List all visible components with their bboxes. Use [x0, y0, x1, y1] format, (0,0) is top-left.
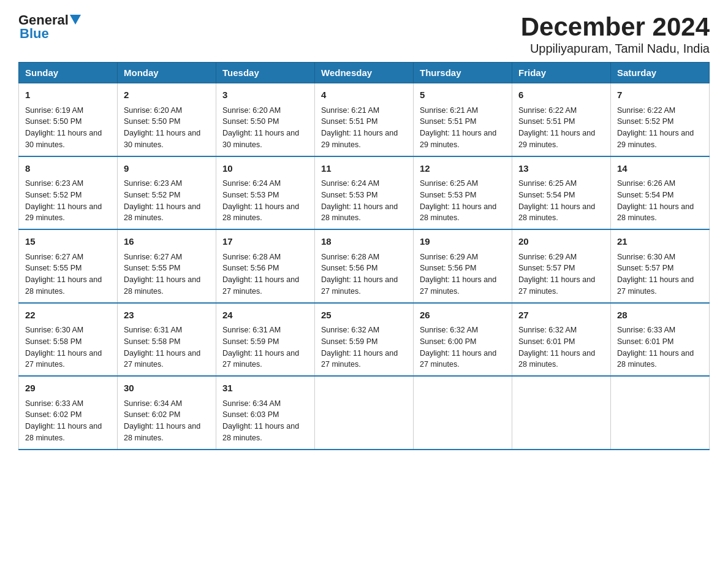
logo-triangle-icon: [70, 15, 81, 25]
day-info: Sunrise: 6:25 AMSunset: 5:53 PMDaylight:…: [420, 178, 506, 224]
calendar-day-cell: 6 Sunrise: 6:22 AMSunset: 5:51 PMDayligh…: [512, 83, 611, 156]
day-number: 8: [25, 162, 111, 176]
page-header: General Blue December 2024 Uppiliyapuram…: [18, 12, 710, 56]
day-info: Sunrise: 6:26 AMSunset: 5:54 PMDaylight:…: [617, 178, 703, 224]
day-info: Sunrise: 6:32 AMSunset: 6:01 PMDaylight:…: [518, 324, 604, 370]
day-info: Sunrise: 6:25 AMSunset: 5:54 PMDaylight:…: [518, 178, 604, 224]
calendar-day-cell: 12 Sunrise: 6:25 AMSunset: 5:53 PMDaylig…: [414, 156, 512, 230]
day-info: Sunrise: 6:20 AMSunset: 5:50 PMDaylight:…: [124, 105, 210, 151]
calendar-week-row: 8 Sunrise: 6:23 AMSunset: 5:52 PMDayligh…: [19, 156, 710, 230]
day-number: 7: [617, 88, 703, 102]
day-number: 6: [518, 88, 604, 102]
calendar-day-cell: 15 Sunrise: 6:27 AMSunset: 5:55 PMDaylig…: [19, 229, 118, 303]
day-info: Sunrise: 6:33 AMSunset: 6:01 PMDaylight:…: [617, 324, 703, 370]
day-info: Sunrise: 6:30 AMSunset: 5:58 PMDaylight:…: [25, 324, 111, 370]
day-info: Sunrise: 6:34 AMSunset: 6:03 PMDaylight:…: [222, 398, 308, 444]
calendar-week-row: 29 Sunrise: 6:33 AMSunset: 6:02 PMDaylig…: [19, 376, 710, 450]
day-number: 26: [420, 308, 506, 323]
day-info: Sunrise: 6:31 AMSunset: 5:59 PMDaylight:…: [222, 324, 308, 370]
day-info: Sunrise: 6:33 AMSunset: 6:02 PMDaylight:…: [25, 398, 111, 444]
day-info: Sunrise: 6:22 AMSunset: 5:51 PMDaylight:…: [518, 105, 604, 151]
calendar-day-cell: 14 Sunrise: 6:26 AMSunset: 5:54 PMDaylig…: [611, 156, 710, 230]
day-info: Sunrise: 6:27 AMSunset: 5:55 PMDaylight:…: [124, 251, 210, 297]
svg-marker-0: [70, 15, 81, 25]
day-info: Sunrise: 6:32 AMSunset: 6:00 PMDaylight:…: [420, 324, 506, 370]
day-info: Sunrise: 6:30 AMSunset: 5:57 PMDaylight:…: [617, 251, 703, 297]
day-info: Sunrise: 6:28 AMSunset: 5:56 PMDaylight:…: [321, 251, 407, 297]
day-number: 16: [124, 235, 210, 249]
calendar-week-row: 1 Sunrise: 6:19 AMSunset: 5:50 PMDayligh…: [19, 83, 710, 156]
day-info: Sunrise: 6:20 AMSunset: 5:50 PMDaylight:…: [222, 105, 308, 151]
calendar-day-cell: 4 Sunrise: 6:21 AMSunset: 5:51 PMDayligh…: [315, 83, 414, 156]
day-number: 29: [25, 381, 111, 396]
calendar-day-cell: 17 Sunrise: 6:28 AMSunset: 5:56 PMDaylig…: [216, 229, 315, 303]
calendar-day-cell: 28 Sunrise: 6:33 AMSunset: 6:01 PMDaylig…: [611, 303, 710, 377]
day-info: Sunrise: 6:29 AMSunset: 5:56 PMDaylight:…: [420, 251, 506, 297]
day-info: Sunrise: 6:29 AMSunset: 5:57 PMDaylight:…: [518, 251, 604, 297]
day-number: 24: [222, 308, 308, 323]
calendar-day-cell: 25 Sunrise: 6:32 AMSunset: 5:59 PMDaylig…: [315, 303, 414, 377]
calendar-day-cell: 27 Sunrise: 6:32 AMSunset: 6:01 PMDaylig…: [512, 303, 611, 377]
calendar-week-row: 22 Sunrise: 6:30 AMSunset: 5:58 PMDaylig…: [19, 303, 710, 377]
calendar-day-cell: 11 Sunrise: 6:24 AMSunset: 5:53 PMDaylig…: [315, 156, 414, 230]
day-number: 3: [222, 88, 308, 102]
day-info: Sunrise: 6:19 AMSunset: 5:50 PMDaylight:…: [25, 105, 111, 151]
day-number: 21: [617, 235, 703, 249]
calendar-subtitle: Uppiliyapuram, Tamil Nadu, India: [521, 42, 710, 56]
day-info: Sunrise: 6:28 AMSunset: 5:56 PMDaylight:…: [222, 251, 308, 297]
calendar-day-cell: [414, 376, 512, 450]
day-number: 31: [222, 381, 308, 396]
calendar-day-cell: [315, 376, 414, 450]
day-number: 14: [617, 162, 703, 176]
day-number: 27: [518, 308, 604, 323]
calendar-day-cell: 9 Sunrise: 6:23 AMSunset: 5:52 PMDayligh…: [118, 156, 216, 230]
day-number: 22: [25, 308, 111, 323]
day-number: 10: [222, 162, 308, 176]
logo: General Blue: [18, 12, 81, 42]
weekday-header: Wednesday: [315, 63, 414, 83]
calendar-day-cell: [512, 376, 611, 450]
title-block: December 2024 Uppiliyapuram, Tamil Nadu,…: [521, 12, 710, 56]
day-info: Sunrise: 6:21 AMSunset: 5:51 PMDaylight:…: [420, 105, 506, 151]
calendar-day-cell: 13 Sunrise: 6:25 AMSunset: 5:54 PMDaylig…: [512, 156, 611, 230]
calendar-day-cell: 16 Sunrise: 6:27 AMSunset: 5:55 PMDaylig…: [118, 229, 216, 303]
calendar-day-cell: 23 Sunrise: 6:31 AMSunset: 5:58 PMDaylig…: [118, 303, 216, 377]
calendar-day-cell: 26 Sunrise: 6:32 AMSunset: 6:00 PMDaylig…: [414, 303, 512, 377]
calendar-day-cell: 31 Sunrise: 6:34 AMSunset: 6:03 PMDaylig…: [216, 376, 315, 450]
day-info: Sunrise: 6:23 AMSunset: 5:52 PMDaylight:…: [124, 178, 210, 224]
weekday-header: Thursday: [414, 63, 512, 83]
day-info: Sunrise: 6:22 AMSunset: 5:52 PMDaylight:…: [617, 105, 703, 151]
day-info: Sunrise: 6:31 AMSunset: 5:58 PMDaylight:…: [124, 324, 210, 370]
calendar-day-cell: 1 Sunrise: 6:19 AMSunset: 5:50 PMDayligh…: [19, 83, 118, 156]
day-number: 18: [321, 235, 407, 249]
calendar-day-cell: 22 Sunrise: 6:30 AMSunset: 5:58 PMDaylig…: [19, 303, 118, 377]
calendar-table: SundayMondayTuesdayWednesdayThursdayFrid…: [18, 62, 710, 450]
day-number: 20: [518, 235, 604, 249]
day-info: Sunrise: 6:24 AMSunset: 5:53 PMDaylight:…: [222, 178, 308, 224]
day-info: Sunrise: 6:23 AMSunset: 5:52 PMDaylight:…: [25, 178, 111, 224]
calendar-week-row: 15 Sunrise: 6:27 AMSunset: 5:55 PMDaylig…: [19, 229, 710, 303]
day-number: 4: [321, 88, 407, 102]
calendar-day-cell: 3 Sunrise: 6:20 AMSunset: 5:50 PMDayligh…: [216, 83, 315, 156]
day-number: 17: [222, 235, 308, 249]
day-number: 23: [124, 308, 210, 323]
day-number: 1: [25, 88, 111, 102]
day-info: Sunrise: 6:27 AMSunset: 5:55 PMDaylight:…: [25, 251, 111, 297]
logo-text-blue: Blue: [20, 26, 49, 41]
day-info: Sunrise: 6:24 AMSunset: 5:53 PMDaylight:…: [321, 178, 407, 224]
calendar-day-cell: 10 Sunrise: 6:24 AMSunset: 5:53 PMDaylig…: [216, 156, 315, 230]
weekday-header: Tuesday: [216, 63, 315, 83]
calendar-day-cell: 7 Sunrise: 6:22 AMSunset: 5:52 PMDayligh…: [611, 83, 710, 156]
day-number: 2: [124, 88, 210, 102]
day-number: 9: [124, 162, 210, 176]
day-number: 15: [25, 235, 111, 249]
calendar-day-cell: 19 Sunrise: 6:29 AMSunset: 5:56 PMDaylig…: [414, 229, 512, 303]
calendar-day-cell: 29 Sunrise: 6:33 AMSunset: 6:02 PMDaylig…: [19, 376, 118, 450]
day-number: 5: [420, 88, 506, 102]
day-number: 19: [420, 235, 506, 249]
calendar-day-cell: 18 Sunrise: 6:28 AMSunset: 5:56 PMDaylig…: [315, 229, 414, 303]
day-number: 11: [321, 162, 407, 176]
day-number: 12: [420, 162, 506, 176]
day-number: 28: [617, 308, 703, 323]
calendar-title: December 2024: [521, 12, 710, 42]
